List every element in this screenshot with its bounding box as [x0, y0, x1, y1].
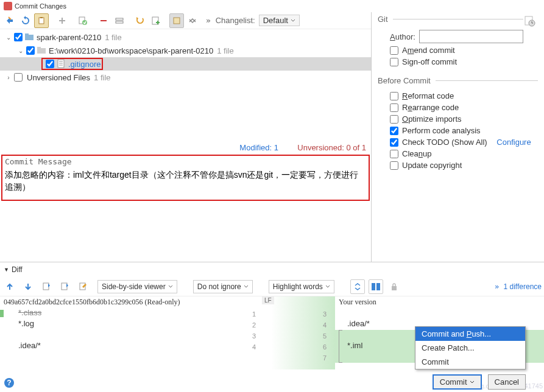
- diff-count: » 1 difference: [495, 282, 542, 291]
- file-checkbox[interactable]: [46, 60, 54, 68]
- cleanup-checkbox[interactable]: [390, 150, 398, 158]
- expand-arrow-icon[interactable]: ⌄: [17, 47, 24, 54]
- compare-next-icon[interactable]: [57, 279, 72, 294]
- viewer-dropdown[interactable]: Side-by-side viewer: [97, 280, 177, 293]
- path-count: 1 file: [217, 46, 233, 55]
- commit-toolbar: » Changelist: Default: [0, 12, 371, 29]
- copyright-checkbox[interactable]: [390, 161, 398, 170]
- diff-toolbar: Side-by-side viewer Do not ignore Highli…: [0, 277, 544, 296]
- svg-rect-2: [40, 17, 43, 18]
- svg-rect-22: [372, 283, 375, 290]
- refresh-icon[interactable]: [18, 13, 33, 28]
- message-history-icon[interactable]: [523, 15, 538, 51]
- modified-count: Modified: 1: [239, 143, 278, 152]
- add-icon[interactable]: [55, 13, 69, 28]
- commit-button[interactable]: Commit: [433, 374, 482, 390]
- new-changelist-icon[interactable]: [149, 13, 163, 28]
- rearrange-label: Rearrange code: [402, 103, 459, 112]
- status-line: Modified: 1 Unversioned: 0 of 1: [0, 141, 371, 155]
- before-section-label: Before Commit: [378, 76, 538, 85]
- svg-rect-8: [174, 18, 180, 24]
- left-line-2: *.log: [18, 319, 244, 330]
- menu-create-patch[interactable]: Create Patch...: [415, 341, 525, 355]
- commit-context-menu: Commit and Push... Create Patch... Commi…: [415, 326, 526, 369]
- show-diff-icon[interactable]: [2, 13, 17, 28]
- collapse-icon[interactable]: ▼: [4, 267, 9, 273]
- cancel-button[interactable]: Cancel: [488, 374, 526, 390]
- prev-diff-icon[interactable]: [2, 279, 17, 294]
- unversioned-count: Unversioned: 0 of 1: [297, 143, 366, 152]
- git-section-label: Git: [378, 15, 523, 24]
- chevron-down-icon: [470, 380, 475, 385]
- lf-badge: LF: [262, 296, 274, 304]
- menu-commit-push[interactable]: Commit and Push...: [415, 327, 525, 341]
- compare-prev-icon[interactable]: [39, 279, 54, 294]
- diff-header[interactable]: ▼ Diff: [0, 262, 544, 277]
- module-icon: [24, 32, 34, 42]
- next-diff-icon[interactable]: [21, 279, 35, 294]
- change-bracket: [339, 330, 342, 363]
- changelist-dropdown[interactable]: Default: [259, 15, 300, 26]
- svg-rect-6: [116, 21, 123, 23]
- diff-left-pane: 049a657cfd2a0bd2cfce1550fb6d0b1c3299c056…: [0, 296, 244, 369]
- analysis-checkbox[interactable]: [390, 127, 398, 135]
- file-icon: [56, 59, 66, 69]
- revert-icon[interactable]: [76, 13, 90, 28]
- right-line-1[interactable]: [335, 308, 544, 319]
- author-label: Author:: [390, 32, 415, 41]
- unversioned-label: Unversioned Files: [27, 73, 90, 82]
- tree-file-row[interactable]: .gitignore: [0, 57, 371, 71]
- root-checkbox[interactable]: [14, 33, 23, 41]
- paste-icon[interactable]: [34, 13, 49, 28]
- group-icon[interactable]: [169, 13, 184, 28]
- file-name: .gitignore: [68, 60, 101, 69]
- rearrange-checkbox[interactable]: [390, 103, 398, 112]
- diff-title: Diff: [12, 265, 23, 274]
- svg-text:?: ?: [7, 379, 11, 387]
- changelist-label: » Changelist:: [206, 16, 255, 25]
- root-count: 1 file: [105, 33, 121, 42]
- todo-configure-link[interactable]: Configure: [496, 138, 531, 147]
- svg-rect-20: [62, 283, 67, 290]
- expand-icon[interactable]: [185, 13, 200, 28]
- unversioned-count: 1 file: [94, 73, 110, 82]
- left-line-4: .idea/*: [18, 341, 244, 352]
- dialog-buttons: Commit Cancel: [433, 374, 526, 390]
- help-icon[interactable]: ?: [4, 377, 15, 388]
- expand-arrow-icon[interactable]: ⌄: [5, 34, 12, 41]
- svg-rect-23: [376, 283, 380, 290]
- highlight-dropdown[interactable]: Highlight words: [269, 280, 334, 293]
- root-name: spark-parent-0210: [37, 33, 101, 42]
- ignore-dropdown[interactable]: Do not ignore: [193, 280, 253, 293]
- menu-commit[interactable]: Commit: [415, 355, 525, 369]
- remove-icon[interactable]: [96, 13, 111, 28]
- todo-checkbox[interactable]: [390, 138, 398, 147]
- tree-root-row[interactable]: ⌄ spark-parent-0210 1 file: [0, 30, 371, 44]
- optimize-checkbox[interactable]: [390, 115, 398, 124]
- reformat-checkbox[interactable]: [390, 92, 398, 100]
- path-checkbox[interactable]: [26, 46, 35, 55]
- tree-unversioned-row[interactable]: › Unversioned Files 1 file: [0, 71, 371, 84]
- copyright-label: Update copyright: [402, 161, 462, 170]
- diff-hash: 049a657cfd2a0bd2cfce1550fb6d0b1c3299c056…: [0, 296, 244, 308]
- expand-arrow-icon[interactable]: ›: [5, 74, 12, 81]
- edit-source-icon[interactable]: [76, 279, 90, 294]
- rollback-icon[interactable]: [133, 13, 147, 28]
- author-input[interactable]: [419, 30, 523, 43]
- unversioned-checkbox[interactable]: [14, 73, 23, 82]
- signoff-checkbox[interactable]: [390, 58, 398, 66]
- move-icon[interactable]: [112, 13, 127, 28]
- tree-path-row[interactable]: ⌄ E:\work\0210-bd\workspace\spark-parent…: [0, 44, 371, 57]
- sync-scroll-icon[interactable]: [369, 279, 383, 294]
- svg-rect-10: [25, 33, 29, 35]
- your-version-label: Your version: [335, 296, 544, 308]
- left-line-1: *.class: [18, 308, 41, 317]
- analysis-label: Perform code analysis: [402, 126, 481, 135]
- lock-icon[interactable]: [387, 279, 401, 294]
- window-title: Commit Changes: [15, 2, 66, 10]
- app-icon: [4, 2, 12, 10]
- todo-label: Check TODO (Show All): [402, 138, 487, 147]
- commit-message-input[interactable]: [2, 167, 369, 198]
- amend-checkbox[interactable]: [390, 46, 398, 55]
- collapse-unchanged-icon[interactable]: [350, 279, 365, 294]
